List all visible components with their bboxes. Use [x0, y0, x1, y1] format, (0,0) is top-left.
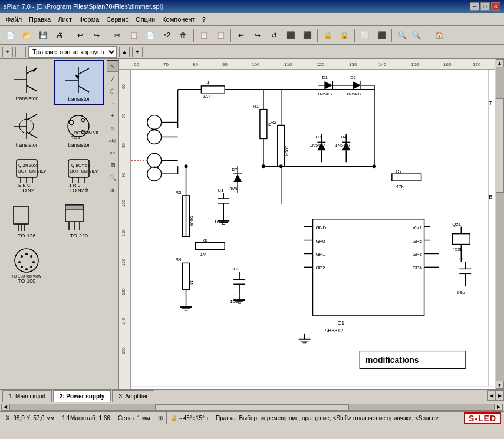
svg-text:2: 2 — [420, 239, 423, 244]
minimize-button[interactable]: ─ — [470, 2, 479, 11]
search-button[interactable]: 🔍 — [394, 28, 410, 43]
lock-button[interactable]: 🔒 — [320, 28, 335, 43]
lock2-button[interactable]: 🔒 — [337, 28, 352, 43]
svg-text:D7: D7 — [232, 167, 238, 172]
svg-line-7 — [78, 68, 89, 74]
scroll-down-button[interactable]: ▼ — [496, 381, 504, 389]
separator3 — [193, 29, 194, 42]
svg-text:60: 60 — [121, 84, 126, 89]
copy2-button[interactable]: 📋 — [196, 28, 212, 43]
tb-btn-a[interactable]: ↩ — [233, 28, 249, 43]
copy3-button[interactable]: 📋 — [213, 28, 228, 43]
comp-to126[interactable]: TO-126 TO-126 — [1, 197, 52, 242]
text-tool[interactable]: ab| — [107, 134, 118, 146]
circle-tool[interactable]: ○ — [107, 122, 118, 134]
undo-button[interactable]: ↩ — [73, 28, 88, 43]
multiply-button[interactable]: ×2 — [159, 28, 174, 43]
paste-button[interactable]: 📄 — [143, 28, 158, 43]
comp-to92[interactable]: Q 2N 3055 BOTTOM VIEW E B C TO 92 TO 92 — [1, 152, 52, 196]
separator2 — [107, 29, 107, 42]
svg-text:F1: F1 — [204, 80, 210, 85]
component-dropdown[interactable]: Транзисторные корпуса — [28, 46, 117, 58]
tab-power-supply[interactable]: 2: Power supply — [53, 390, 111, 402]
comp-transistor-3[interactable]: transistor — [1, 107, 52, 151]
svg-text:B: B — [489, 193, 493, 200]
tb-btn-c[interactable]: ↺ — [266, 28, 282, 43]
polygon-tool[interactable]: ⬡ — [107, 85, 118, 97]
menu-service[interactable]: Сервис — [103, 15, 132, 24]
svg-point-226 — [279, 164, 283, 168]
image-tool[interactable]: 🖼 — [107, 159, 118, 171]
menu-file[interactable]: Файл — [2, 15, 25, 24]
cut-button[interactable]: ✂ — [110, 28, 125, 43]
maximize-button[interactable]: □ — [480, 2, 490, 11]
draw-toolbar: ↖ ╱ ⬡ → + ○ ab| ab 🖼 🔍 ⊞ — [106, 59, 119, 389]
svg-point-54 — [25, 268, 28, 270]
menu-options[interactable]: Опции — [132, 15, 159, 24]
tab-bar: 1: Main circuit 2: Power supply 3: Ampli… — [0, 389, 504, 402]
copy-button[interactable]: 📋 — [126, 28, 141, 43]
menu-component[interactable]: Компонент — [159, 15, 198, 24]
new-button[interactable]: 📄 — [2, 28, 18, 43]
select-tool[interactable]: ↖ — [107, 60, 118, 72]
text2-tool[interactable]: ab — [107, 147, 118, 159]
right-scrollbar[interactable]: ▲ ▼ — [495, 59, 504, 389]
scroll-up-button[interactable]: ▲ — [496, 59, 504, 67]
tb-btn-g[interactable]: ⬛ — [374, 28, 389, 43]
svg-point-49 — [21, 255, 23, 258]
arrow-tool[interactable]: → — [107, 97, 118, 109]
comp-transistor-1[interactable]: transistor — [1, 60, 52, 105]
svg-text:1 R 0: 1 R 0 — [69, 183, 81, 187]
component-panel: transistor transistor — [0, 59, 106, 389]
print-button[interactable]: 🖨 — [52, 28, 67, 43]
tab-amplifier[interactable]: 3: Amplifier — [112, 390, 154, 402]
comp-label-to92h: TO 92 h — [70, 187, 88, 193]
zoom-button[interactable]: 🔍+ — [411, 28, 426, 43]
tb-btn-f[interactable]: ⬜ — [357, 28, 373, 43]
title-text: sPlan 7.0 - [D:\Program Files\Splan70\Fi… — [4, 3, 163, 10]
redo-button[interactable]: ↪ — [89, 28, 104, 43]
comp-to92h[interactable]: Q BCY 58 BOTTOM VIEW 1 R 0 TO-18 TO 92 h — [54, 152, 105, 196]
close-button[interactable]: ✕ — [491, 2, 500, 11]
cross-tool[interactable]: + — [107, 110, 118, 121]
scroll-thumb-v[interactable] — [496, 98, 504, 193]
svg-text:130: 130 — [349, 62, 357, 67]
menu-form[interactable]: Форма — [75, 15, 103, 24]
comp-to100[interactable]: TO 100 top view TO 100 TO 100 — [1, 243, 52, 287]
tab-main-circuit[interactable]: 1: Main circuit — [2, 390, 52, 402]
comp-transistor-4[interactable]: BOTTOM VIEW TO 3 transistor — [54, 107, 105, 151]
comp-label-to126: TO-126 — [18, 233, 35, 239]
menu-sheet[interactable]: Лист — [54, 15, 75, 24]
hscroll-right[interactable]: ▶ — [495, 404, 503, 411]
line-tool[interactable]: ╱ — [107, 72, 118, 84]
comp-to220[interactable]: TO-220 TO-220 — [54, 197, 105, 242]
delete-button[interactable]: 🗑 — [176, 28, 191, 43]
save-button[interactable]: 💾 — [35, 28, 51, 43]
svg-text:R1: R1 — [253, 104, 259, 109]
svg-marker-9 — [75, 74, 80, 79]
svg-text:Q BCY 58: Q BCY 58 — [71, 163, 90, 168]
zoom-tool[interactable]: 🔍 — [107, 171, 118, 183]
tb-btn-b[interactable]: ↪ — [250, 28, 265, 43]
grid-tool[interactable]: ⊞ — [107, 184, 118, 196]
help-text: Правка: Выбор, перемещение, вращение; <S… — [216, 415, 439, 421]
window-controls: ─ □ ✕ — [470, 2, 500, 11]
comp-nav-left[interactable]: + — [2, 47, 13, 57]
hscroll-thumb[interactable] — [155, 404, 348, 410]
hscroll-left[interactable]: ◀ — [1, 404, 9, 411]
open-button[interactable]: 📂 — [19, 28, 34, 43]
tab-scroll-left[interactable]: ◀ — [487, 390, 496, 401]
comp-nav-down[interactable]: ▼ — [132, 47, 143, 57]
comp-nav-up[interactable]: ▲ — [119, 47, 130, 57]
home-button[interactable]: 🏠 — [431, 28, 447, 43]
tb-btn-d[interactable]: ⬛ — [283, 28, 298, 43]
comp-transistor-2[interactable]: transistor — [54, 60, 105, 105]
tab-scroll-right[interactable]: ▶ — [496, 390, 504, 401]
comp-nav-small[interactable]: - — [15, 47, 26, 57]
svg-text:R3: R3 — [176, 190, 182, 195]
menu-edit[interactable]: Правка — [25, 15, 54, 24]
transistor-icon-1 — [6, 63, 47, 95]
svg-text:150: 150 — [411, 62, 419, 67]
tb-btn-e[interactable]: ⬛ — [299, 28, 315, 43]
menu-help[interactable]: ? — [199, 15, 209, 24]
